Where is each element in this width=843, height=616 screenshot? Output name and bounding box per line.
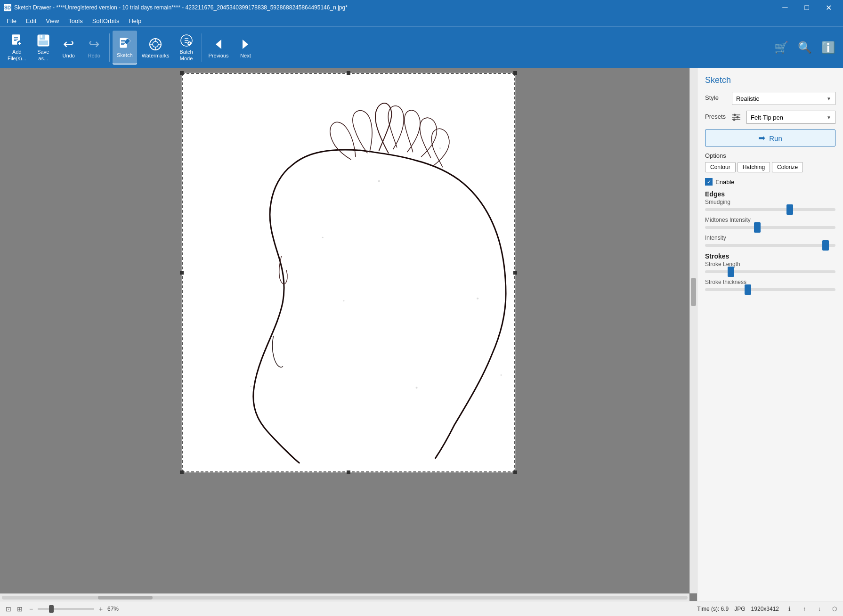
fit-view-button[interactable]: ⊡: [4, 604, 13, 614]
menu-help[interactable]: Help: [124, 15, 146, 26]
strokes-heading: Strokes: [705, 252, 835, 260]
next-button[interactable]: Next: [233, 31, 258, 65]
options-label: Options: [705, 152, 835, 159]
smudging-label: Smudging: [705, 199, 835, 205]
watermarks-button[interactable]: Watermarks: [138, 31, 173, 65]
sketch-label: Sketch: [117, 52, 133, 58]
window-controls: ─ □ ✕: [774, 0, 839, 15]
handle-bottom-left[interactable]: [180, 470, 184, 474]
toolbar: AddFile(s)... Saveas... ↩ Undo ↪ Redo Sk…: [0, 26, 843, 68]
handle-middle-left[interactable]: [180, 271, 184, 275]
handle-top-right[interactable]: [513, 71, 517, 75]
watermarks-icon: [148, 37, 163, 52]
smudging-thumb[interactable]: [786, 204, 793, 215]
canvas-area[interactable]: [0, 68, 697, 601]
presets-row: Presets Felt-Tip pen ▼: [705, 111, 835, 124]
zoom-out-button[interactable]: −: [26, 604, 36, 614]
add-file-icon: [9, 33, 24, 48]
undo-label: Undo: [63, 53, 75, 58]
enable-checkbox[interactable]: ✓: [705, 178, 713, 186]
app-icon: SD: [4, 4, 11, 11]
stroke-thickness-thumb[interactable]: [745, 284, 751, 295]
svg-marker-26: [216, 40, 221, 49]
tab-hatching[interactable]: Hatching: [738, 162, 770, 172]
handle-middle-right[interactable]: [513, 271, 517, 275]
handle-bottom-middle[interactable]: [347, 470, 350, 474]
scrollbar-thumb[interactable]: [98, 596, 153, 600]
strokes-section: Strokes Stroke Length Stroke thickness: [705, 252, 835, 291]
menu-view[interactable]: View: [41, 15, 64, 26]
edges-heading: Edges: [705, 190, 835, 198]
sketch-svg: [182, 73, 515, 472]
status-right: Time (s): 6.9 JPG 1920x3412 ℹ ↑ ↓ ⬡: [697, 604, 839, 614]
search-button[interactable]: 🔍: [794, 31, 816, 65]
cart-button[interactable]: 🛒: [770, 31, 792, 65]
vertical-scrollbar-thumb[interactable]: [691, 278, 696, 306]
redo-label: Redo: [88, 53, 100, 58]
status-bar: ⊡ ⊞ − + 67% Time (s): 6.9 JPG 1920x3412 …: [0, 601, 843, 616]
close-button[interactable]: ✕: [818, 0, 839, 15]
maximize-button[interactable]: □: [796, 0, 818, 15]
stroke-thickness-container: Stroke thickness: [705, 279, 835, 291]
horizontal-scrollbar[interactable]: [0, 593, 689, 601]
svg-rect-10: [39, 41, 48, 45]
options-section: Options Contour Hatching Colorize: [705, 152, 835, 172]
actual-size-button[interactable]: ⊞: [15, 604, 24, 614]
redo-button[interactable]: ↪ Redo: [82, 31, 106, 65]
handle-bottom-right[interactable]: [513, 470, 517, 474]
title-bar: SD Sketch Drawer - ****Unregistered vers…: [0, 0, 843, 15]
batch-mode-icon: [179, 33, 194, 48]
status-info-icon[interactable]: ℹ: [785, 604, 794, 614]
dimensions-label: 1920x3412: [751, 606, 779, 612]
style-row: Style Realistic ▼: [705, 92, 835, 105]
tab-colorize[interactable]: Colorize: [772, 162, 803, 172]
zoom-slider-thumb[interactable]: [49, 605, 54, 613]
add-file-label: AddFile(s)...: [8, 49, 26, 61]
next-icon: [238, 37, 253, 52]
style-dropdown-arrow: ▼: [827, 96, 831, 101]
zoom-in-button[interactable]: +: [96, 604, 105, 614]
save-as-button[interactable]: Saveas...: [31, 31, 56, 65]
stroke-length-thumb[interactable]: [728, 267, 734, 277]
menu-file[interactable]: File: [2, 15, 21, 26]
status-share-icon[interactable]: ↑: [800, 604, 809, 614]
handle-top-left[interactable]: [180, 71, 184, 75]
sketch-icon: [117, 36, 132, 51]
toolbar-sep-2: [202, 33, 202, 62]
intensity-track: [705, 244, 835, 247]
presets-icon: [730, 111, 743, 124]
status-3d-icon[interactable]: ⬡: [830, 604, 839, 614]
minimize-button[interactable]: ─: [774, 0, 796, 15]
tab-contour[interactable]: Contour: [705, 162, 736, 172]
previous-button[interactable]: Previous: [205, 31, 233, 65]
intensity-slider-container: Intensity: [705, 235, 835, 247]
handle-top-middle[interactable]: [347, 71, 350, 75]
style-label: Style: [705, 94, 719, 101]
midtones-label: Midtones Intensity: [705, 217, 835, 223]
svg-point-17: [153, 41, 158, 47]
sketch-button[interactable]: Sketch: [113, 31, 137, 65]
run-button[interactable]: ➡ Run: [705, 130, 835, 146]
style-dropdown[interactable]: Realistic ▼: [732, 92, 835, 105]
menu-softorbits[interactable]: SoftOrbits: [88, 15, 124, 26]
zoom-slider-track[interactable]: [38, 608, 94, 610]
save-icon: [36, 33, 51, 48]
menu-tools[interactable]: Tools: [64, 15, 87, 26]
menu-edit[interactable]: Edit: [21, 15, 41, 26]
status-save-icon[interactable]: ↓: [815, 604, 824, 614]
run-arrow-icon: ➡: [758, 133, 765, 143]
undo-button[interactable]: ↩ Undo: [57, 31, 81, 65]
add-file-button[interactable]: AddFile(s)...: [4, 31, 30, 65]
intensity-thumb[interactable]: [822, 240, 829, 251]
scrollbar-track: [2, 596, 688, 600]
style-section: Style Realistic ▼: [705, 92, 835, 105]
vertical-scrollbar[interactable]: [689, 68, 697, 593]
stroke-thickness-track: [705, 288, 835, 291]
watermarks-label: Watermarks: [142, 53, 170, 58]
midtones-thumb[interactable]: [754, 222, 761, 233]
batch-mode-button[interactable]: BatchMode: [174, 31, 199, 65]
info-button[interactable]: ℹ️: [818, 31, 839, 65]
presets-dropdown[interactable]: Felt-Tip pen ▼: [746, 111, 835, 124]
svg-point-42: [733, 119, 736, 121]
enable-label: Enable: [715, 178, 734, 186]
